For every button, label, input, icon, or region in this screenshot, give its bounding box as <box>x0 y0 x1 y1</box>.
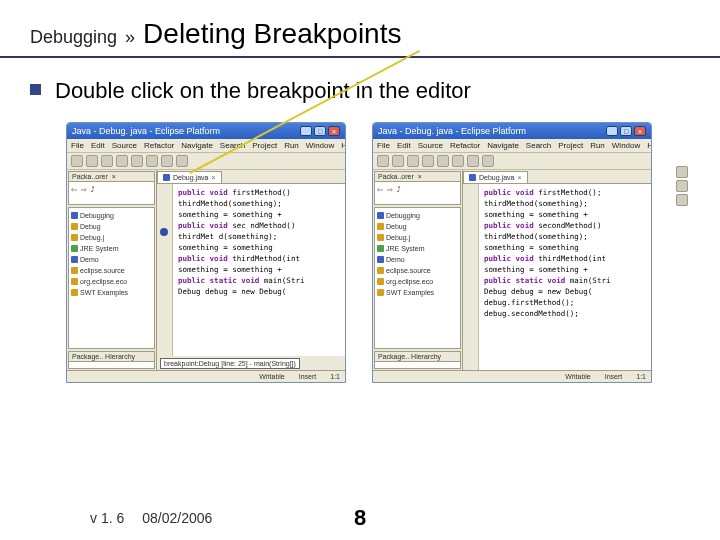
menu-item[interactable]: File <box>377 141 390 150</box>
menu-item[interactable]: Run <box>284 141 299 150</box>
menu-item[interactable]: Navigate <box>487 141 519 150</box>
tree-item[interactable]: org.eclipse.eco <box>71 276 152 287</box>
tree-item[interactable]: Demo <box>377 254 458 265</box>
close-icon[interactable]: × <box>418 173 422 180</box>
status-insert: Insert <box>605 373 623 380</box>
tool-icon[interactable] <box>116 155 128 167</box>
tree-label: SWT Examples <box>386 287 434 298</box>
tree-item[interactable]: JRE System <box>377 243 458 254</box>
content-assist-popup[interactable]: breakpoint:Debug [line: 25] - main(Strin… <box>160 358 300 369</box>
forward-icon[interactable]: ⇨ <box>387 184 393 195</box>
tree-item[interactable]: Debug <box>377 221 458 232</box>
code-text[interactable]: public void firstMethod() thirdMethod(so… <box>173 184 345 356</box>
code-editor[interactable]: public void firstMethod() thirdMethod(so… <box>157 184 345 356</box>
up-icon[interactable]: ⤴ <box>91 184 95 195</box>
tree-item[interactable]: Demo <box>71 254 152 265</box>
code-text[interactable]: public void firstMethod(); thirdMethod(s… <box>479 184 651 370</box>
menu-item[interactable]: Project <box>252 141 277 150</box>
close-button[interactable]: × <box>634 126 646 136</box>
tool-icon[interactable] <box>146 155 158 167</box>
tree-item[interactable]: SWT Examples <box>377 287 458 298</box>
panel-tab[interactable]: Packa..orer× <box>375 172 460 182</box>
window-titlebar[interactable]: Java - Debug. java - Eclipse Platform _ … <box>67 123 345 139</box>
tree-item[interactable]: eclipse.source <box>71 265 152 276</box>
tree-item[interactable]: Debug.j <box>71 232 152 243</box>
back-icon[interactable]: ⇦ <box>71 184 77 195</box>
tool-icon[interactable] <box>101 155 113 167</box>
maximize-button[interactable]: □ <box>620 126 632 136</box>
menu-item[interactable]: File <box>71 141 84 150</box>
tool-icon[interactable] <box>161 155 173 167</box>
close-icon[interactable]: × <box>517 174 521 181</box>
menu-item[interactable]: Edit <box>91 141 105 150</box>
code-editor[interactable]: public void firstMethod(); thirdMethod(s… <box>463 184 651 370</box>
status-caret: 1:1 <box>330 373 340 380</box>
tool-icon[interactable] <box>422 155 434 167</box>
minimize-button[interactable]: _ <box>606 126 618 136</box>
tree-item[interactable]: Debugging <box>71 210 152 221</box>
folder-icon <box>377 278 384 285</box>
close-icon[interactable]: × <box>112 173 116 180</box>
bottom-left-tabs[interactable]: Package.. Hierarchy <box>374 351 461 369</box>
tool-icon[interactable] <box>71 155 83 167</box>
back-icon[interactable]: ⇦ <box>377 184 383 195</box>
minimize-button[interactable]: _ <box>300 126 312 136</box>
maximize-button[interactable]: □ <box>314 126 326 136</box>
tree-label: Demo <box>386 254 405 265</box>
tool-icon[interactable] <box>392 155 404 167</box>
tree-item[interactable]: JRE System <box>71 243 152 254</box>
folder-icon <box>71 223 78 230</box>
gutter[interactable] <box>463 184 479 370</box>
tree-label: Debug <box>80 221 101 232</box>
gutter[interactable] <box>157 184 173 356</box>
tree-item[interactable]: org.eclipse.eco <box>377 276 458 287</box>
menu-item[interactable]: Refactor <box>450 141 480 150</box>
tree-label: eclipse.source <box>386 265 431 276</box>
window-titlebar[interactable]: Java - Debug. java - Eclipse Platform _ … <box>373 123 651 139</box>
tool-icon[interactable] <box>86 155 98 167</box>
menu-item[interactable]: Run <box>590 141 605 150</box>
tree-item[interactable]: Debug.j <box>377 232 458 243</box>
tool-icon[interactable] <box>467 155 479 167</box>
menu-item[interactable]: Window <box>306 141 334 150</box>
tree-item[interactable]: SWT Examples <box>71 287 152 298</box>
menu-item[interactable]: Project <box>558 141 583 150</box>
tool-icon[interactable] <box>407 155 419 167</box>
folder-icon <box>71 278 78 285</box>
menu-item[interactable]: Source <box>418 141 443 150</box>
tool-icon[interactable] <box>437 155 449 167</box>
menu-item[interactable]: Navigate <box>181 141 213 150</box>
menu-item[interactable]: Help <box>341 141 346 150</box>
tool-icon[interactable] <box>482 155 494 167</box>
folder-icon <box>377 234 384 241</box>
tool-icon[interactable] <box>176 155 188 167</box>
package-explorer[interactable]: DebuggingDebugDebug.jJRE SystemDemoeclip… <box>68 207 155 349</box>
folder-icon <box>71 256 78 263</box>
up-icon[interactable]: ⤴ <box>397 184 401 195</box>
window-buttons: _ □ × <box>300 126 340 136</box>
tool-icon[interactable] <box>131 155 143 167</box>
editor-column: Debug.java × public void firstMethod(); … <box>463 170 651 370</box>
menu-item[interactable]: Source <box>112 141 137 150</box>
package-explorer[interactable]: DebuggingDebugDebug.jJRE SystemDemoeclip… <box>374 207 461 349</box>
menu-item[interactable]: Help <box>647 141 652 150</box>
tool-icon[interactable] <box>377 155 389 167</box>
forward-icon[interactable]: ⇨ <box>81 184 87 195</box>
menu-item[interactable]: Search <box>526 141 551 150</box>
ide-after: Java - Debug. java - Eclipse Platform _ … <box>372 122 652 383</box>
menu-item[interactable]: Refactor <box>144 141 174 150</box>
close-icon[interactable]: × <box>211 174 215 181</box>
menu-item[interactable]: Edit <box>397 141 411 150</box>
tree-item[interactable]: Debugging <box>377 210 458 221</box>
folder-icon <box>377 245 384 252</box>
tool-icon[interactable] <box>452 155 464 167</box>
menu-item[interactable]: Window <box>612 141 640 150</box>
panel-tab[interactable]: Packa..orer× <box>69 172 154 182</box>
tree-item[interactable]: Debug <box>71 221 152 232</box>
tree-item[interactable]: eclipse.source <box>377 265 458 276</box>
editor-tab[interactable]: Debug.java × <box>463 171 528 183</box>
tree-label: Demo <box>80 254 99 265</box>
close-button[interactable]: × <box>328 126 340 136</box>
breakpoint-marker[interactable] <box>160 228 168 236</box>
bottom-left-tabs[interactable]: Package.. Hierarchy <box>68 351 155 369</box>
